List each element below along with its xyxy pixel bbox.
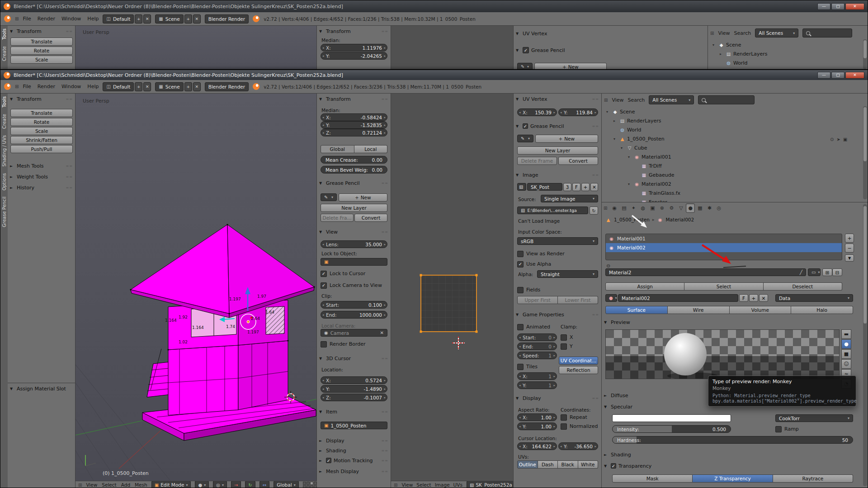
repeat-checkbox[interactable] [561, 414, 567, 421]
outliner-row[interactable]: ▾ ▲ 1_0500_Posten [604, 134, 857, 143]
panel-grip-icon[interactable] [592, 313, 599, 317]
breadcrumb-object[interactable]: 1_0500_Posten [614, 217, 650, 222]
anim-end-field[interactable]: End:0 [517, 343, 557, 350]
mapping-reflection-button[interactable]: Reflection [559, 366, 598, 374]
new-image-button[interactable]: + [581, 183, 590, 191]
expand-icon[interactable]: ▾ [628, 182, 632, 186]
panel-grip-icon[interactable] [382, 459, 388, 463]
image-browse-button[interactable] [517, 183, 526, 191]
titlebar[interactable]: Blender* [C:\Users\Schmiddi\Desktop\Neue… [0, 70, 868, 80]
material-slot-active[interactable]: ◉Material002 [606, 243, 842, 252]
panel-grip-icon[interactable] [592, 97, 599, 101]
outliner-row-label[interactable]: Scene [726, 42, 741, 48]
menu-item[interactable]: File [23, 84, 31, 89]
grease-pencil-draw-button[interactable] [517, 135, 533, 142]
mean-crease-slider[interactable]: Mean Crease:0.00 [321, 156, 387, 164]
panel-header-uv-vertex[interactable]: UV Vertex [514, 29, 613, 38]
fake-user-button[interactable]: F [739, 294, 748, 302]
render-engine-select[interactable]: Blender Render [205, 14, 249, 23]
ramp-row[interactable]: Ramp [775, 426, 799, 432]
median-y-field[interactable]: Y:-1.52835 [321, 121, 387, 129]
raytrace-button[interactable]: Raytrace [773, 474, 853, 483]
grease-pencil-new-button[interactable]: New [535, 135, 598, 143]
outliner-scope-select[interactable]: All Scenes [755, 28, 798, 38]
repeat-row[interactable]: Repeat [561, 414, 587, 421]
outliner-row-label[interactable]: World [627, 127, 642, 133]
lock-camera-row[interactable]: Lock Camera to View [321, 282, 382, 289]
uv-white-button[interactable]: White [578, 460, 599, 469]
scale-button[interactable]: Scale [10, 127, 73, 135]
panel-grip-icon[interactable] [66, 175, 73, 179]
new-button[interactable]: New [534, 63, 607, 70]
material-slot[interactable]: ◉Material001 [606, 234, 842, 243]
cursor-2d[interactable] [452, 337, 465, 349]
panel-header-mesh-display[interactable]: Mesh Display [317, 467, 391, 475]
properties-tab[interactable]: ▽ [676, 203, 685, 213]
add-slot-button[interactable]: + [845, 234, 854, 243]
panel-header-preview[interactable]: Preview [602, 318, 855, 326]
clamp-x-checkbox[interactable] [561, 334, 567, 341]
wire-button[interactable]: Wire [668, 306, 730, 314]
cursor-x-field[interactable]: X:164.622 [517, 442, 557, 450]
grease-pencil-new-button[interactable]: New [339, 193, 387, 202]
delete-layout-button[interactable]: ✕ [143, 14, 151, 23]
mean-bevel-weight-slider[interactable]: Mean Bevel Weig:0.00 [321, 166, 387, 174]
render-toggle-icon[interactable]: ▣ [843, 137, 847, 142]
editor-type-icon[interactable] [604, 206, 607, 211]
motion-tracking-checkbox[interactable] [326, 458, 331, 463]
uv-image-editor[interactable] [391, 94, 514, 481]
cursor-y-field[interactable]: Y:-1.4890 [321, 385, 387, 393]
animated-checkbox[interactable] [517, 324, 524, 330]
minimize-button[interactable]: — [817, 72, 830, 79]
median-y-field[interactable]: Y:-2.04265 [321, 52, 387, 60]
panel-header-shading[interactable]: Shading [602, 450, 855, 459]
cursor-y-field[interactable]: Y:-36.650 [558, 442, 598, 450]
close-button[interactable]: ✕ [845, 3, 864, 10]
reload-image-button[interactable] [590, 206, 598, 215]
image-path-field[interactable]: E:\Blender\...enster.tga [517, 206, 588, 214]
viewport-menu-item[interactable]: View [86, 482, 97, 488]
outliner-row[interactable]: ▦ TrainGlass.fx [604, 188, 857, 197]
lock-to-cursor-row[interactable]: Lock to Cursor [321, 270, 365, 277]
render-border-checkbox[interactable] [321, 341, 327, 347]
translate-button[interactable]: Translate [10, 38, 73, 46]
properties-tab[interactable]: ⚙ [667, 203, 676, 213]
source-select[interactable]: Single Image [541, 195, 598, 202]
local-camera-field[interactable]: Camera [321, 329, 387, 337]
median-x-field[interactable]: X:-0.58424 [321, 113, 387, 121]
eyedropper-icon[interactable] [800, 270, 802, 275]
median-z-field[interactable]: Z:0.72124 [321, 129, 387, 136]
outliner-row-label[interactable]: TrDiff [649, 163, 662, 169]
panel-grip-icon[interactable] [592, 173, 599, 177]
delete-frame-button[interactable]: Delete Fra... [321, 214, 354, 222]
viewport-partial[interactable]: User Persp [75, 26, 317, 70]
pivot-select[interactable]: ◎ [213, 481, 227, 488]
properties-tab[interactable]: ✦ [629, 203, 638, 213]
uv-menu-item[interactable]: UVs [453, 482, 462, 488]
expand-icon[interactable]: ▾ [613, 137, 618, 141]
editor-type-icon[interactable] [15, 84, 19, 89]
panel-header-transform[interactable]: Transform [317, 27, 391, 35]
new-layer-button[interactable]: New Layer [321, 204, 387, 212]
outliner-row[interactable]: ▸ ▤ RenderLayers [710, 49, 854, 58]
browse-material-button[interactable] [605, 294, 617, 302]
menu-item[interactable]: Help [87, 16, 99, 22]
house-lower-wall[interactable] [168, 345, 238, 415]
clip-end-field[interactable]: End:1000.000 [321, 311, 387, 319]
screen-layout-select[interactable]: Default [103, 82, 134, 91]
assign-button[interactable]: Assign [605, 282, 684, 291]
anim-start-field[interactable]: Start:0 [517, 333, 557, 341]
normalized-checkbox[interactable] [561, 423, 567, 430]
layers-widget[interactable] [303, 482, 317, 488]
properties-tab[interactable]: ✱ [705, 203, 714, 213]
image-users-button[interactable]: 3 [563, 183, 571, 191]
use-alpha-checkbox[interactable] [517, 261, 524, 267]
tiles-checkbox[interactable] [517, 364, 524, 370]
normalized-row[interactable]: Normalized [561, 423, 598, 430]
new-material-button[interactable]: + [749, 294, 758, 302]
preview-cube-button[interactable]: ■ [841, 349, 851, 359]
outliner-row-label[interactable]: Cube [634, 145, 647, 151]
clamp-y-checkbox[interactable] [561, 343, 567, 350]
selectable-toggle-icon[interactable]: ➤ [836, 137, 840, 142]
uv-editor-partial[interactable] [391, 26, 514, 70]
